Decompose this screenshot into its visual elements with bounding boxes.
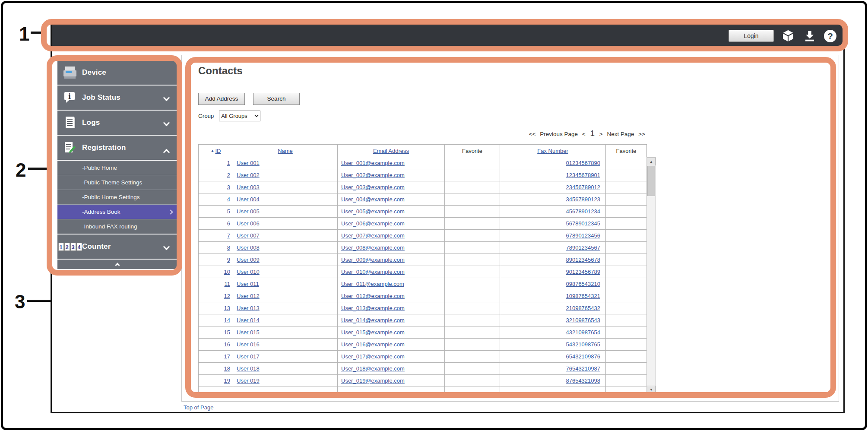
next-page-control[interactable]: Next Page xyxy=(607,131,634,137)
help-icon[interactable]: ? xyxy=(823,29,837,43)
contact-id-link[interactable]: 12 xyxy=(224,293,230,299)
group-select[interactable]: All Groups xyxy=(219,111,260,121)
contact-name-link[interactable]: User 019 xyxy=(237,377,260,384)
contact-email-link[interactable]: User_010@example.com xyxy=(341,269,405,275)
sort-by-id-link[interactable]: ID xyxy=(215,148,221,154)
contact-name-link[interactable]: User 003 xyxy=(237,184,260,190)
contact-email-link[interactable]: User_011@example.com xyxy=(341,281,404,287)
contact-name-link[interactable]: User 002 xyxy=(237,172,260,178)
contact-fax-link[interactable]: 78901234567 xyxy=(566,244,600,251)
sidebar-subitem-public-home-settings[interactable]: -Public Home Settings xyxy=(57,190,177,204)
sidebar-subitem-inbound-fax-routing[interactable]: -Inbound FAX routing xyxy=(57,219,177,234)
contact-name-link[interactable]: User 008 xyxy=(237,244,260,251)
sidebar-item-logs[interactable]: Logs xyxy=(57,111,177,135)
contact-email-link[interactable]: User_018@example.com xyxy=(341,365,405,372)
contact-id-link[interactable]: 17 xyxy=(224,353,230,360)
contact-fax-link[interactable]: 76543210987 xyxy=(566,365,600,372)
sidebar-item-device[interactable]: Device xyxy=(57,60,177,85)
vertical-scrollbar[interactable]: ▲ ▼ xyxy=(646,157,656,394)
contact-fax-link[interactable]: 01234567890 xyxy=(566,160,600,166)
prev-arrow-control[interactable]: < xyxy=(582,131,586,137)
scrollbar-thumb[interactable] xyxy=(647,166,655,196)
contact-fax-link[interactable]: 89012345678 xyxy=(566,257,600,263)
sidebar-collapse-button[interactable] xyxy=(57,260,177,269)
contact-fax-link[interactable]: 90123456789 xyxy=(566,269,600,275)
next-arrow-control[interactable]: > xyxy=(599,131,603,137)
contact-name-link[interactable]: User 009 xyxy=(237,257,260,263)
contact-id-link[interactable]: 19 xyxy=(224,377,230,384)
contact-name-link[interactable]: User 016 xyxy=(237,341,260,348)
contact-name-link[interactable]: User 001 xyxy=(237,160,260,166)
contact-email-link[interactable]: User_005@example.com xyxy=(341,208,405,215)
contact-id-link[interactable]: 18 xyxy=(224,365,230,372)
download-icon[interactable] xyxy=(802,29,817,43)
contact-email-link[interactable]: User_002@example.com xyxy=(341,172,405,178)
contact-email-link[interactable]: User_007@example.com xyxy=(341,232,405,239)
contact-email-link[interactable]: User_001@example.com xyxy=(341,160,405,166)
contact-id-link[interactable]: 15 xyxy=(224,329,230,336)
contact-name-link[interactable]: User 015 xyxy=(237,329,260,336)
contact-id-link[interactable]: 13 xyxy=(224,305,230,311)
contact-id-link[interactable]: 10 xyxy=(224,269,230,275)
contact-name-link[interactable]: User 006 xyxy=(237,220,260,227)
contact-fax-link[interactable]: 65432109876 xyxy=(566,353,600,360)
scroll-down-button[interactable]: ▼ xyxy=(647,386,656,393)
contact-email-link[interactable]: User_013@example.com xyxy=(341,305,405,311)
sidebar-item-registration[interactable]: Registration xyxy=(57,136,177,160)
device-cube-icon[interactable] xyxy=(781,29,795,43)
contact-email-link[interactable]: User_006@example.com xyxy=(341,220,405,227)
sort-by-email-link[interactable]: Email Address xyxy=(373,148,409,154)
contact-name-link[interactable]: User 007 xyxy=(237,232,260,239)
contact-email-link[interactable]: User_014@example.com xyxy=(341,317,405,323)
contact-name-link[interactable]: User 011 xyxy=(237,281,259,287)
contact-fax-link[interactable]: 34567890123 xyxy=(566,196,600,203)
contact-name-link[interactable]: User 004 xyxy=(237,196,260,203)
contact-id-link[interactable]: 9 xyxy=(227,257,230,263)
contact-email-link[interactable]: User_015@example.com xyxy=(341,329,405,336)
contact-email-link[interactable]: User_016@example.com xyxy=(341,341,405,348)
sidebar-subitem-address-book[interactable]: -Address Book xyxy=(57,205,177,219)
contact-email-link[interactable]: User_019@example.com xyxy=(341,377,405,384)
contact-fax-link[interactable]: 09876543210 xyxy=(566,281,600,287)
contact-id-link[interactable]: 11 xyxy=(225,281,231,287)
contact-email-link[interactable]: User_004@example.com xyxy=(341,196,405,203)
contact-fax-link[interactable]: 56789012345 xyxy=(566,220,600,227)
contact-id-link[interactable]: 7 xyxy=(227,232,230,239)
contact-fax-link[interactable]: 21098765432 xyxy=(566,305,600,311)
contact-fax-link[interactable]: 10987654321 xyxy=(566,293,600,299)
sort-by-name-link[interactable]: Name xyxy=(278,148,293,154)
contact-id-link[interactable]: 1 xyxy=(227,160,230,166)
contact-fax-link[interactable]: 43210987654 xyxy=(566,329,600,336)
add-address-button[interactable]: Add Address xyxy=(198,93,245,105)
contact-id-link[interactable]: 4 xyxy=(227,196,230,203)
sidebar-subitem-public-home[interactable]: -Public Home xyxy=(57,161,177,175)
contact-id-link[interactable]: 5 xyxy=(227,208,230,215)
contact-id-link[interactable]: 3 xyxy=(227,184,230,190)
sidebar-item-counter[interactable]: 1234 Counter xyxy=(57,235,177,259)
contact-name-link[interactable]: User 010 xyxy=(237,269,260,275)
contact-email-link[interactable]: User_003@example.com xyxy=(341,184,405,190)
contact-name-link[interactable]: User 005 xyxy=(237,208,260,215)
contact-fax-link[interactable]: 54321098765 xyxy=(566,341,600,348)
search-button[interactable]: Search xyxy=(253,93,300,105)
contact-fax-link[interactable]: 87654321098 xyxy=(566,377,600,384)
contact-fax-link[interactable]: 12345678901 xyxy=(566,172,600,178)
sidebar-subitem-public-theme-settings[interactable]: -Public Theme Settings xyxy=(57,175,177,190)
contact-email-link[interactable]: User_008@example.com xyxy=(341,244,405,251)
contact-fax-link[interactable]: 67890123456 xyxy=(566,232,600,239)
last-page-control[interactable]: >> xyxy=(638,131,645,137)
contact-name-link[interactable]: User 018 xyxy=(237,365,260,372)
contact-fax-link[interactable]: 23456789012 xyxy=(566,184,600,190)
contact-email-link[interactable]: User_009@example.com xyxy=(341,257,405,263)
first-page-control[interactable]: << xyxy=(529,131,536,137)
sidebar-item-job-status[interactable]: i Job Status xyxy=(57,86,177,110)
contact-name-link[interactable]: User 014 xyxy=(237,317,260,323)
contact-fax-link[interactable]: 45678901234 xyxy=(566,208,600,215)
contact-id-link[interactable]: 8 xyxy=(227,244,230,251)
previous-page-control[interactable]: Previous Page xyxy=(540,131,578,137)
contact-email-link[interactable]: User_017@example.com xyxy=(341,353,405,360)
top-of-page-link[interactable]: Top of Page xyxy=(184,404,213,411)
contact-name-link[interactable]: User 012 xyxy=(237,293,260,299)
contact-id-link[interactable]: 6 xyxy=(227,220,230,227)
contact-fax-link[interactable]: 32109876543 xyxy=(566,317,600,323)
